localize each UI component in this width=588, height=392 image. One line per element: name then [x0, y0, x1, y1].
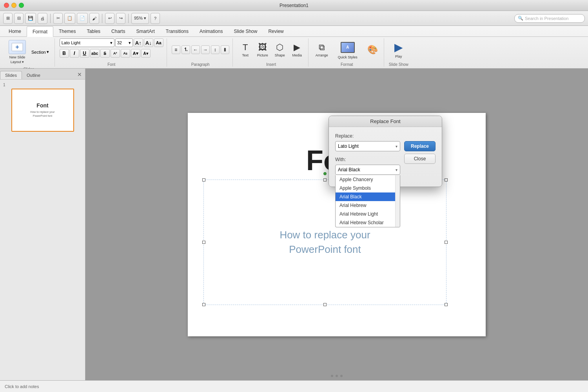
paste-btn[interactable]: 📄 — [77, 13, 88, 24]
play-btn[interactable]: ▶ Play — [391, 39, 407, 60]
handle-tl[interactable] — [202, 178, 205, 181]
tab-transitions[interactable]: Transitions — [160, 26, 194, 37]
replace-label: Replace: — [335, 133, 436, 139]
text-btn[interactable]: T Text — [238, 41, 253, 59]
bold-btn[interactable]: B — [60, 49, 69, 58]
search-box[interactable]: 🔍 Search in Presentation — [514, 14, 585, 23]
underline-btn[interactable]: U — [80, 49, 89, 58]
dropdown-item-arial-black[interactable]: Arial Black — [336, 192, 400, 201]
superscript-btn[interactable]: A² — [111, 49, 120, 58]
subscript-btn[interactable]: A₂ — [121, 49, 130, 58]
dialog-fields: Lato Light ▾ With: Arial Black ▾ Ap — [335, 141, 400, 180]
replace-btn[interactable]: Replace — [404, 141, 436, 151]
font-grow-btn[interactable]: A↑ — [134, 38, 143, 47]
zoom-display[interactable]: 95% ▾ — [131, 13, 149, 24]
redo-btn[interactable]: ↪ — [116, 13, 125, 24]
font-shrink-btn[interactable]: A↓ — [144, 38, 153, 47]
quick-styles-btn[interactable]: A Quick Styles — [332, 39, 363, 61]
slides-panel-close[interactable]: ✕ — [74, 70, 85, 79]
new-slide-btn[interactable]: New Slide Layout ▾ — [6, 38, 28, 65]
cut-btn[interactable]: ✂ — [53, 13, 63, 24]
media-btn[interactable]: ▶ Media — [289, 41, 305, 59]
line-spacing-btn[interactable]: ↕ — [211, 45, 220, 54]
font-dropdown[interactable]: Apple Chancery Apple Symbols Arial Black… — [335, 175, 400, 227]
font-size-box[interactable]: 32 ▾ — [115, 38, 133, 47]
shape-btn[interactable]: ⬡ Shape — [272, 41, 288, 59]
slide-item-1[interactable]: 1 Font How to replace yourPowerPoint fon… — [3, 83, 82, 132]
tab-themes[interactable]: Themes — [53, 26, 81, 37]
new-slide-icon — [9, 40, 26, 54]
handle-mr[interactable] — [445, 241, 448, 244]
paint-btn[interactable]: 🎨 — [365, 43, 381, 56]
font-size-arrow: ▾ — [129, 40, 131, 45]
dropdown-item-arial-hebrew-light[interactable]: Arial Hebrew Light — [336, 210, 400, 218]
close-btn[interactable]: Close — [404, 154, 436, 164]
print-btn[interactable]: 🖨 — [38, 13, 47, 24]
strikethrough-btn[interactable]: S — [100, 49, 110, 58]
clear-format-btn[interactable]: Aa — [154, 38, 163, 47]
tab-format[interactable]: Format — [27, 26, 53, 37]
decrease-indent-btn[interactable]: ← — [191, 45, 200, 54]
section-label: Section — [31, 50, 46, 54]
dropdown-item-apple-chancery[interactable]: Apple Chancery — [336, 175, 400, 184]
replace-select[interactable]: Lato Light ▾ — [335, 141, 400, 151]
tab-home[interactable]: Home — [3, 26, 27, 37]
ribbon: Home Format Themes Tables Charts SmartAr… — [0, 26, 588, 69]
outline-tab[interactable]: Outline — [22, 71, 45, 79]
bullets-btn[interactable]: ≡ — [172, 45, 180, 54]
save-btn[interactable]: 💾 — [25, 13, 36, 24]
handle-br[interactable] — [445, 303, 448, 306]
tab-tables[interactable]: Tables — [81, 26, 106, 37]
with-select[interactable]: Arial Black ▾ Apple Chancery Apple Symbo… — [335, 165, 400, 175]
tab-slideshow[interactable]: Slide Show — [228, 26, 263, 37]
format-group-label: Format — [341, 61, 353, 67]
ribbon-group-paragraph: ≡ ⒈ ← → ↕ ⫴ Paragraph — [169, 38, 233, 67]
toolbar: ⊞ ⊟ 💾 🖨 ✂ 📋 📄 🖌 ↩ ↪ 95% ▾ ? 🔍 Search in … — [0, 11, 588, 26]
title-bar: Presentation1 — [0, 0, 588, 11]
copy-btn[interactable]: 📋 — [64, 13, 75, 24]
section-btn[interactable]: Section ▾ — [29, 49, 51, 55]
picture-btn[interactable]: 🖼 Picture — [255, 41, 270, 59]
handle-bc[interactable] — [323, 303, 327, 306]
font-name-box[interactable]: Lato Light ▾ — [60, 38, 114, 47]
shadow-btn[interactable]: abc — [90, 49, 100, 58]
dropdown-item-apple-symbols[interactable]: Apple Symbols — [336, 184, 400, 192]
replace-font-dialog[interactable]: Replace Font Replace: Lato Light ▾ With: — [328, 116, 442, 187]
slideshow-group-label: Slide Show — [389, 61, 408, 67]
close-button[interactable] — [4, 3, 9, 8]
handle-ml[interactable] — [202, 241, 205, 244]
notes-bar[interactable]: Click to add notes — [0, 380, 588, 392]
maximize-button[interactable] — [19, 3, 24, 8]
slide-thumbnail[interactable]: Font How to replace yourPowerPoint font — [11, 89, 74, 132]
undo-btn[interactable]: ↩ — [105, 13, 114, 24]
handle-tr[interactable] — [445, 178, 448, 181]
increase-indent-btn[interactable]: → — [201, 45, 210, 54]
help-btn[interactable]: ? — [151, 13, 160, 24]
italic-btn[interactable]: I — [70, 49, 79, 58]
handle-bl[interactable] — [202, 303, 205, 306]
tab-animations[interactable]: Animations — [194, 26, 228, 37]
tab-charts[interactable]: Charts — [106, 26, 131, 37]
arrange-btn[interactable]: ⧉ Arrange — [313, 41, 330, 59]
slides-tab[interactable]: Slides — [0, 71, 22, 79]
tab-smartart[interactable]: SmartArt — [131, 26, 160, 37]
tab-review[interactable]: Review — [263, 26, 289, 37]
columns-btn[interactable]: ⫴ — [221, 45, 229, 54]
ribbon-content: New Slide Layout ▾ Section ▾ Slides Lato… — [0, 37, 588, 68]
dropdown-item-arial-hebrew[interactable]: Arial Hebrew — [336, 201, 400, 210]
font-color-btn[interactable]: A▾ — [131, 49, 140, 58]
slide-text-box[interactable]: How to replace yourPowerPoint font — [203, 180, 446, 305]
dialog-title: Replace Font — [370, 118, 400, 124]
rotate-handle[interactable] — [323, 172, 327, 175]
format-paint-btn[interactable]: 🖌 — [89, 13, 99, 24]
numbering-btn[interactable]: ⒈ — [181, 45, 190, 54]
minimize-button[interactable] — [11, 3, 16, 8]
dropdown-item-arial-hebrew-scholar[interactable]: Arial Hebrew Scholar — [336, 218, 400, 227]
nav-dot-2 — [336, 375, 338, 377]
layout-btn[interactable]: Layout ▾ — [11, 60, 24, 64]
new-btn[interactable]: ⊞ — [3, 13, 13, 24]
highlight-btn[interactable]: A▾ — [141, 49, 151, 58]
handle-tc[interactable] — [323, 178, 327, 181]
grid-btn[interactable]: ⊟ — [14, 13, 24, 24]
dropdown-scrollbar[interactable] — [395, 175, 400, 227]
